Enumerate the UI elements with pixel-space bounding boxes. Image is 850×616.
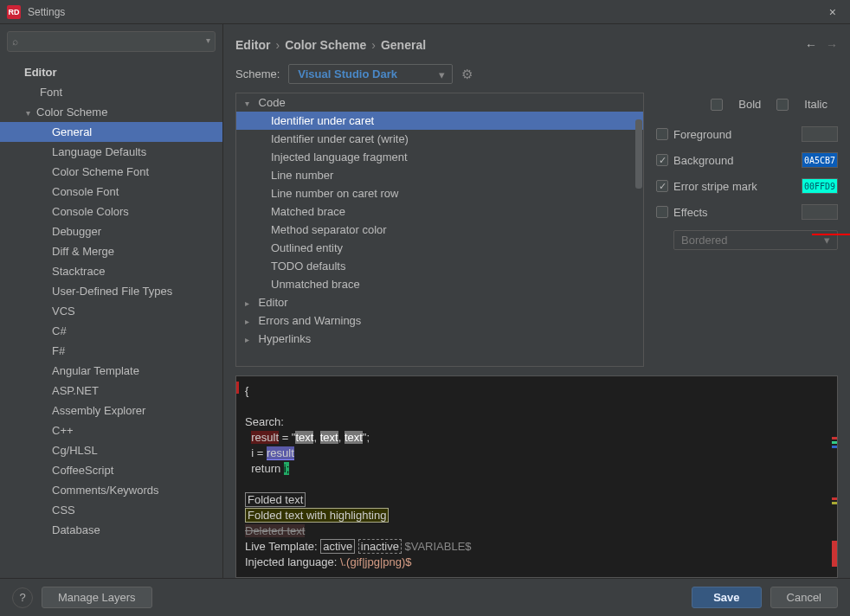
tree-item[interactable]: CoffeeScript — [0, 460, 222, 480]
gutter-indicator — [236, 382, 239, 394]
settings-tree[interactable]: Editor Font ▾Color Scheme GeneralLanguag… — [0, 59, 222, 578]
content-area: Editor › Color Scheme › General ← → Sche… — [223, 24, 850, 578]
tree-item[interactable]: C++ — [0, 420, 222, 440]
crumb-editor[interactable]: Editor — [235, 38, 270, 52]
background-checkbox[interactable] — [656, 154, 668, 166]
tree-item[interactable]: C# — [0, 321, 222, 341]
tree-item[interactable]: Debugger — [0, 221, 222, 241]
search-input[interactable] — [7, 31, 216, 52]
search-icon: ⌕ — [12, 35, 18, 48]
tree-item[interactable]: VCS — [0, 301, 222, 321]
tree-editor[interactable]: Editor — [0, 62, 222, 82]
tree-item[interactable]: Color Scheme Font — [0, 162, 222, 182]
style-options: Bold Italic Foreground Background 0A5CB7 — [656, 93, 838, 367]
tree-item[interactable]: Angular Template — [0, 361, 222, 381]
foreground-checkbox[interactable] — [656, 128, 668, 140]
attr-item[interactable]: Injected language fragment — [236, 148, 643, 166]
app-icon: RD — [7, 5, 21, 19]
bold-label: Bold — [738, 98, 761, 111]
tree-item[interactable]: Cg/HLSL — [0, 440, 222, 460]
tree-item[interactable]: Stacktrace — [0, 261, 222, 281]
effects-checkbox[interactable] — [656, 206, 668, 218]
nav-back-icon[interactable]: ← — [805, 38, 817, 52]
attr-category[interactable]: ▸ Hyperlinks — [236, 330, 643, 348]
footer: ? Manage Layers Save Cancel — [0, 578, 850, 616]
search-box: ⌕ ▾ — [7, 31, 216, 52]
gear-icon[interactable]: ⚙ — [461, 67, 473, 82]
scrollbar-thumb[interactable] — [635, 119, 642, 189]
nav-forward-icon: → — [826, 38, 838, 52]
tree-item[interactable]: Console Font — [0, 182, 222, 202]
attr-category[interactable]: ▸ Editor — [236, 293, 643, 311]
error-stripe-checkbox[interactable] — [656, 180, 668, 192]
preview-code: { Search: result = "text, text, text"; i… — [245, 383, 828, 570]
attr-category[interactable]: ▾ Code — [236, 93, 643, 112]
foreground-label: Foreground — [673, 128, 731, 141]
italic-checkbox[interactable] — [776, 99, 789, 111]
crumb-sep: › — [275, 38, 280, 52]
tree-item[interactable]: User-Defined File Types — [0, 281, 222, 301]
close-button[interactable]: × — [822, 5, 843, 19]
attr-item[interactable]: Identifier under caret — [236, 112, 643, 130]
tree-item[interactable]: Comments/Keywords — [0, 480, 222, 500]
error-stripe — [832, 497, 837, 506]
window-title: Settings — [28, 6, 65, 18]
error-stripe — [832, 437, 837, 450]
attribute-tree[interactable]: ▾ CodeIdentifier under caretIdentifier u… — [236, 93, 643, 366]
effects-dropdown[interactable]: Bordered — [673, 230, 838, 250]
chevron-down-icon[interactable]: ▾ — [206, 35, 210, 45]
error-stripe — [832, 541, 837, 568]
tree-font[interactable]: Font — [0, 82, 222, 102]
breadcrumb: Editor › Color Scheme › General ← → — [235, 33, 838, 64]
settings-sidebar: ⌕ ▾ Editor Font ▾Color Scheme GeneralLan… — [0, 24, 223, 578]
error-stripe-label: Error stripe mark — [673, 180, 757, 193]
foreground-swatch[interactable] — [802, 126, 838, 142]
attr-item[interactable]: Unmatched brace — [236, 275, 643, 293]
preview-panel: { Search: result = "text, text, text"; i… — [235, 375, 838, 578]
crumb-general[interactable]: General — [381, 38, 426, 52]
background-label: Background — [673, 154, 733, 167]
scheme-label: Scheme: — [235, 67, 280, 80]
effects-label: Effects — [673, 206, 708, 219]
tree-item[interactable]: Console Colors — [0, 202, 222, 221]
attr-item[interactable]: Line number on caret row — [236, 184, 643, 202]
scheme-select[interactable]: Visual Studio Dark — [288, 64, 453, 84]
tree-item[interactable]: General — [0, 122, 222, 142]
attr-item[interactable]: Line number — [236, 166, 643, 184]
crumb-sep: › — [371, 38, 376, 52]
tree-color-scheme-label: Color Scheme — [36, 106, 107, 119]
titlebar: RD Settings × — [0, 0, 850, 24]
error-stripe-swatch[interactable]: 00FFD9 — [802, 178, 838, 194]
attr-category[interactable]: ▸ Errors and Warnings — [236, 311, 643, 330]
tree-item[interactable]: CSS — [0, 500, 222, 520]
cancel-button[interactable]: Cancel — [770, 587, 838, 608]
attribute-tree-panel: ▾ CodeIdentifier under caretIdentifier u… — [235, 93, 644, 367]
effects-swatch[interactable] — [802, 204, 838, 220]
attr-item[interactable]: TODO defaults — [236, 257, 643, 275]
attr-item[interactable]: Method separator color — [236, 221, 643, 239]
attr-item[interactable]: Matched brace — [236, 202, 643, 221]
manage-layers-button[interactable]: Manage Layers — [42, 587, 152, 608]
help-button[interactable]: ? — [12, 587, 33, 608]
tree-color-scheme[interactable]: ▾Color Scheme — [0, 102, 222, 122]
tree-item[interactable]: Diff & Merge — [0, 241, 222, 261]
tree-item[interactable]: Language Defaults — [0, 142, 222, 162]
background-swatch[interactable]: 0A5CB7 — [802, 152, 838, 168]
tree-item[interactable]: ASP.NET — [0, 381, 222, 401]
attr-item[interactable]: Outlined entity — [236, 239, 643, 257]
crumb-color-scheme[interactable]: Color Scheme — [285, 38, 366, 52]
tree-item[interactable]: Database — [0, 520, 222, 540]
tree-item[interactable]: Assembly Explorer — [0, 401, 222, 420]
italic-label: Italic — [804, 98, 827, 111]
tree-item[interactable]: F# — [0, 341, 222, 361]
attr-item[interactable]: Identifier under caret (write) — [236, 130, 643, 148]
save-button[interactable]: Save — [692, 587, 761, 608]
bold-checkbox[interactable] — [711, 99, 723, 111]
